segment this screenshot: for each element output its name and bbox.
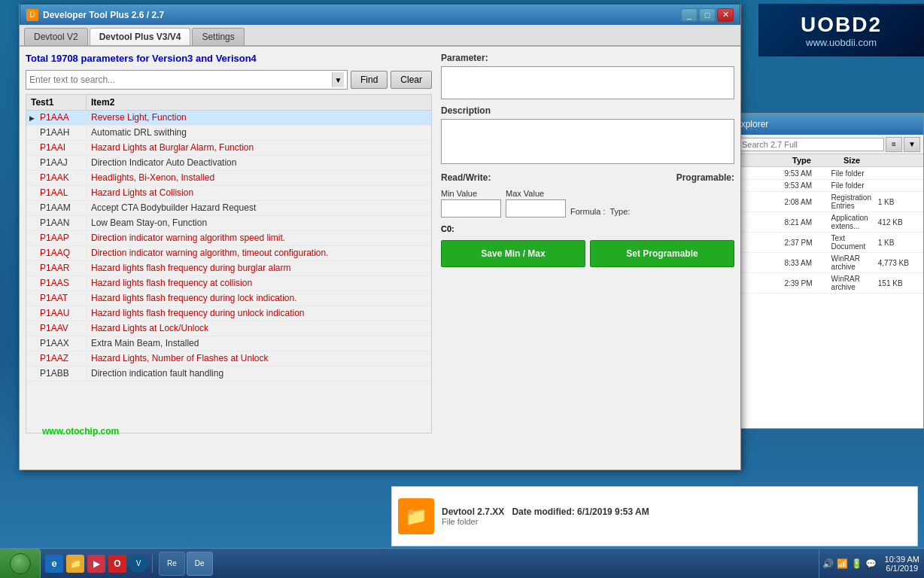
read-write-item: Read/Write: [441, 172, 491, 183]
min-value-label: Min Value [441, 189, 501, 198]
row-id: P1AAL [37, 186, 87, 200]
green-watermark: www.otochip.com [42, 426, 119, 437]
clear-button[interactable]: Clear [391, 71, 432, 89]
clock-time: 10:39 AM [885, 555, 919, 564]
type-item: Type: [609, 207, 630, 218]
brand-name: UOBD2 [801, 13, 882, 37]
maximize-button[interactable]: □ [699, 8, 716, 22]
table-row[interactable]: P1AAI Hazard Lights at Burglar Alarm, Fu… [26, 141, 431, 156]
col2-header: Item2 [87, 95, 431, 110]
fe-view-btn[interactable]: ≡ [886, 137, 902, 152]
max-value-input[interactable] [506, 199, 566, 218]
ql-icon-volvo[interactable]: V [129, 555, 147, 573]
clock-date: 6/1/2019 [886, 564, 918, 573]
task-meta: File folder [442, 517, 911, 526]
window-title: Developer Tool Plus 2.6 / 2.7 [43, 10, 681, 20]
table-row[interactable]: P1AAQ Direction indicator warning algori… [26, 246, 431, 261]
parameter-input[interactable] [441, 66, 734, 99]
search-input[interactable] [29, 75, 332, 85]
save-min-max-button[interactable]: Save Min / Max [441, 240, 585, 267]
table-row[interactable]: P1AAS Hazard lights flash frequency at c… [26, 276, 431, 291]
table-row[interactable]: P1AAV Hazard Lights at Lock/Unlock [26, 321, 431, 336]
table-row[interactable]: P1AAU Hazard lights flash frequency duri… [26, 306, 431, 321]
row-id: P1AAV [37, 321, 87, 336]
table-header: Test1 Item2 [26, 94, 432, 110]
min-value-item: Min Value [441, 189, 501, 218]
table-row[interactable]: P1AAT Hazard lights flash frequency duri… [26, 291, 431, 306]
row-desc: Reverse Light, Function [87, 111, 431, 125]
taskbar-item-devtool-v2[interactable]: Re [159, 552, 185, 576]
row-desc: Hazard Lights at Collision [87, 186, 431, 200]
table-row[interactable]: P1AAH Automatic DRL swithing [26, 126, 431, 141]
fe-view-btn2[interactable]: ▼ [904, 137, 920, 152]
uobd2-watermark: UOBD2 www.uobdii.com [758, 4, 924, 56]
set-programable-button[interactable]: Set Programable [590, 240, 734, 267]
row-desc: Direction indicator warning algorithm, t… [87, 246, 431, 260]
tab-settings[interactable]: Settings [192, 28, 244, 45]
title-bar: D Developer Tool Plus 2.6 / 2.7 _ □ ✕ [20, 4, 740, 25]
find-button[interactable]: Find [351, 71, 388, 89]
ql-icon-ie[interactable]: e [45, 555, 63, 573]
table-row[interactable]: P1AAK Headlights, Bi-Xenon, Installed [26, 171, 431, 186]
taskbar: e 📁 ▶ O V Re De 🔊 📶 🔋 💬 10:39 AM 6/1/201… [0, 548, 924, 578]
ql-icon-opera[interactable]: O [108, 555, 126, 573]
row-id: P1AAA [37, 111, 87, 125]
tab-devtool-plus-v3v4[interactable]: Devtool Plus V3/V4 [90, 28, 191, 45]
table-row[interactable]: P1AAJ Direction Indicator Auto Deactivat… [26, 156, 431, 171]
table-row[interactable]: P1AAP Direction indicator warning algori… [26, 231, 431, 246]
fe-col-type: Type [792, 156, 837, 165]
close-button[interactable]: ✕ [717, 8, 734, 22]
row-desc: Hazard Lights at Burglar Alarm, Function [87, 141, 431, 155]
quick-launch: e 📁 ▶ O V [41, 555, 153, 573]
row-id: P1AAQ [37, 246, 87, 260]
row-desc: Low Beam Stay-on, Function [87, 216, 431, 230]
table-scroll[interactable]: ▶ P1AAA Reverse Light, Function P1AAH Au… [26, 111, 431, 433]
rw-programable-row: Read/Write: Programable: [441, 172, 734, 183]
parameter-section: Parameter: [441, 53, 734, 99]
description-label: Description [441, 105, 734, 116]
table-row[interactable]: P1AAR Hazard lights flash frequency duri… [26, 261, 431, 276]
search-dropdown-button[interactable]: ▼ [332, 72, 344, 87]
tab-devtool-v2[interactable]: Devtool V2 [24, 28, 88, 45]
row-desc: Extra Main Beam, Installed [87, 336, 431, 351]
row-id: P1AAJ [37, 156, 87, 170]
row-id: P1AAR [37, 261, 87, 275]
search-bar: ▼ Find Clear [26, 70, 432, 90]
parameter-label: Parameter: [441, 53, 734, 63]
description-section: Description [441, 105, 734, 166]
table-row[interactable]: P1AAM Accept CTA Bodybuilder Hazard Requ… [26, 201, 431, 216]
table-row[interactable]: P1AAZ Hazard Lights, Number of Flashes a… [26, 351, 431, 367]
start-orb [10, 553, 31, 574]
row-desc: Automatic DRL swithing [87, 126, 431, 140]
row-id: P1AAX [37, 336, 87, 351]
tray-icon-volume: 📶 [837, 558, 849, 570]
table-row[interactable]: P1AAN Low Beam Stay-on, Function [26, 216, 431, 231]
min-value-input[interactable] [441, 199, 501, 218]
programable-label: Programable: [676, 172, 734, 183]
table-row[interactable]: P1AAL Hazard Lights at Collision [26, 186, 431, 201]
col1-header: Test1 [26, 95, 87, 110]
table-row[interactable]: P1ABB Direction indication fault handlin… [26, 367, 431, 382]
clock: 10:39 AM 6/1/2019 [880, 555, 924, 573]
fe-col-size: Size [843, 156, 889, 165]
minimize-button[interactable]: _ [681, 8, 698, 22]
fe-search-input[interactable] [738, 138, 884, 151]
row-desc: Direction Indicator Auto Deactivation [87, 156, 431, 170]
row-id: P1AAZ [37, 351, 87, 366]
row-desc: Headlights, Bi-Xenon, Installed [87, 171, 431, 185]
start-button[interactable] [0, 549, 41, 579]
table-row[interactable]: ▶ P1AAA Reverse Light, Function [26, 111, 431, 126]
ql-icon-media[interactable]: ▶ [87, 555, 105, 573]
row-desc: Hazard lights flash frequency during loc… [87, 291, 431, 306]
task-modified: Date modified: 6/1/2019 9:53 AM [512, 507, 649, 517]
table-row[interactable]: P1AAX Extra Main Beam, Installed [26, 336, 431, 351]
task-icon: 📁 [398, 498, 434, 534]
row-arrow: ▶ [26, 111, 37, 125]
taskbar-item-devtool-plus[interactable]: De [187, 552, 213, 576]
main-window: D Developer Tool Plus 2.6 / 2.7 _ □ ✕ De… [19, 4, 741, 470]
ql-icon-files[interactable]: 📁 [66, 555, 84, 573]
content-area: Total 19708 parameters for Version3 and … [20, 47, 740, 467]
max-value-label: Max Value [506, 189, 566, 198]
description-textarea[interactable] [441, 119, 734, 164]
tray-icon-notif: 💬 [865, 558, 877, 570]
